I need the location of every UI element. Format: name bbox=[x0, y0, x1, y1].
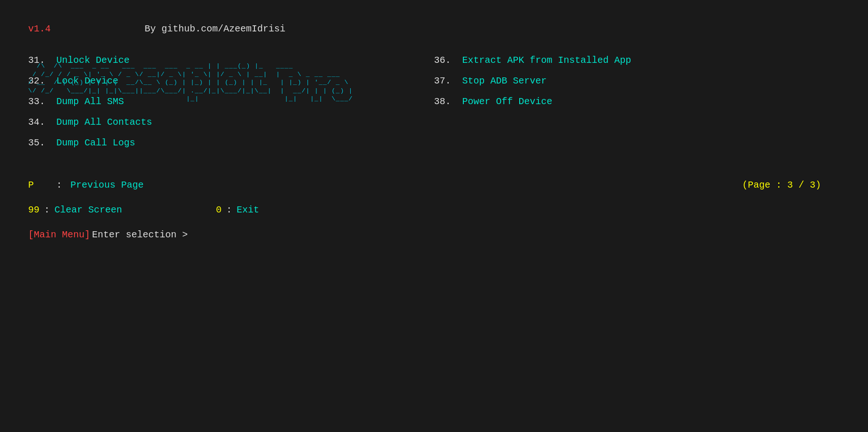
version-line: v1.4 By github.com/AzeemIdrisi bbox=[28, 23, 840, 34]
menu-right-column: 36. Extract APK from Installed App 37. S… bbox=[434, 53, 840, 156]
list-item[interactable]: 36. Extract APK from Installed App bbox=[434, 53, 840, 68]
clear-label: Clear Screen bbox=[54, 205, 122, 215]
prompt-bracket-close: ] bbox=[84, 229, 90, 240]
clear-screen-control[interactable]: 99 : Clear Screen bbox=[28, 205, 122, 215]
exit-control[interactable]: 0 : Exit bbox=[216, 205, 259, 215]
menu-item-num: 36. bbox=[434, 53, 462, 68]
nav-previous-key: P bbox=[28, 180, 56, 190]
prompt-bracket-open: [ bbox=[28, 229, 34, 240]
list-item[interactable]: 34. Dump All Contacts bbox=[28, 115, 434, 130]
exit-label: Exit bbox=[237, 205, 259, 215]
nav-previous-label: Previous Page bbox=[70, 180, 144, 190]
menu-item-label: Dump Call Logs bbox=[56, 136, 135, 151]
menu-item-num: 35. bbox=[28, 136, 56, 151]
nav-section: P : Previous Page (Page : 3 / 3) bbox=[28, 180, 840, 190]
author-label: By github.com/AzeemIdrisi bbox=[145, 23, 285, 34]
nav-separator: : bbox=[56, 180, 62, 190]
menu-item-label: Extract APK from Installed App bbox=[462, 53, 631, 68]
exit-sep: : bbox=[226, 205, 232, 215]
exit-key: 0 bbox=[216, 205, 222, 215]
menu-item-label: Power Off Device bbox=[462, 94, 553, 109]
prompt-text: Enter selection > bbox=[92, 229, 188, 240]
version-label: v1.4 bbox=[28, 23, 51, 34]
input-line: [ Main Menu ] Enter selection > bbox=[28, 229, 840, 240]
nav-row: P : Previous Page (Page : 3 / 3) bbox=[28, 180, 840, 190]
clear-sep: : bbox=[44, 205, 50, 215]
clear-key: 99 bbox=[28, 205, 39, 215]
main-container: /\ /\ ___ _ __ ___ ___ ___ _ __ | | ___(… bbox=[0, 0, 868, 259]
prompt-menu-name: Main Menu bbox=[34, 229, 84, 240]
list-item[interactable]: 37. Stop ADB Server bbox=[434, 74, 840, 89]
menu-item-num: 37. bbox=[434, 74, 462, 89]
menu-item-label: Stop ADB Server bbox=[462, 74, 547, 89]
bottom-controls: 99 : Clear Screen 0 : Exit bbox=[28, 205, 840, 215]
list-item[interactable]: 38. Power Off Device bbox=[434, 94, 840, 109]
menu-item-num: 34. bbox=[28, 115, 56, 130]
page-info: (Page : 3 / 3) bbox=[742, 180, 840, 190]
menu-item-num: 38. bbox=[434, 94, 462, 109]
selection-input[interactable] bbox=[188, 229, 282, 240]
list-item[interactable]: 35. Dump Call Logs bbox=[28, 136, 434, 151]
menu-item-label: Dump All Contacts bbox=[56, 115, 152, 130]
